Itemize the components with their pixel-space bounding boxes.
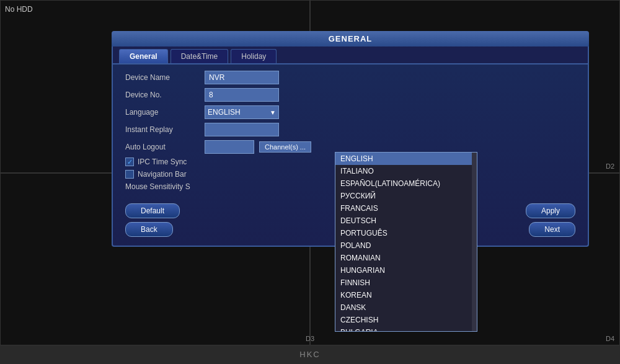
- lang-francais[interactable]: FRANCAIS: [335, 202, 477, 215]
- lang-poland[interactable]: POLAND: [335, 239, 477, 252]
- general-dialog: GENERAL General Date&Time Holiday Device…: [112, 31, 589, 333]
- auto-logout-label: Auto Logout: [125, 143, 200, 151]
- dialog-title: GENERAL: [112, 31, 589, 47]
- language-value: ENGLISH: [208, 108, 241, 117]
- back-button[interactable]: Back: [125, 222, 173, 237]
- language-row: Language ENGLISH ▼: [125, 105, 575, 119]
- lang-czechish[interactable]: CZECHISH: [335, 314, 477, 326]
- ipc-time-sync-checkbox[interactable]: [125, 158, 134, 166]
- lang-dansk[interactable]: DANSK: [335, 301, 477, 314]
- no-hdd-label: No HDD: [5, 5, 33, 14]
- instant-replay-label: Instant Replay: [125, 125, 200, 134]
- lang-korean[interactable]: KOREAN: [335, 289, 477, 301]
- tab-general[interactable]: General: [119, 49, 168, 63]
- lang-portugues[interactable]: PORTUGUÊS: [335, 227, 477, 239]
- language-dropdown[interactable]: ENGLISH ITALIANO ESPAÑOL(LATINOAMÉRICA) …: [335, 152, 477, 332]
- auto-logout-select[interactable]: [205, 140, 254, 154]
- brand-label: HKC: [299, 350, 320, 359]
- default-button[interactable]: Default: [125, 203, 180, 218]
- lang-english[interactable]: ENGLISH: [335, 153, 477, 165]
- tab-bar: General Date&Time Holiday: [113, 47, 588, 64]
- tab-datetime[interactable]: Date&Time: [170, 49, 229, 63]
- lang-russian[interactable]: РУССКИЙ: [335, 190, 477, 202]
- device-no-label: Device No.: [125, 91, 200, 99]
- lang-espanol-latin[interactable]: ESPAÑOL(LATINOAMÉRICA): [335, 177, 477, 190]
- d2-label: D2: [606, 162, 614, 170]
- device-name-label: Device Name: [125, 73, 200, 82]
- mouse-sensitivity-label: Mouse Sensitivity S: [125, 182, 200, 191]
- apply-button[interactable]: Apply: [526, 203, 575, 218]
- next-button[interactable]: Next: [529, 222, 575, 237]
- lang-italiano[interactable]: ITALIANO: [335, 165, 477, 177]
- channel-btn[interactable]: Channel(s) ...: [259, 141, 311, 153]
- navigation-bar-checkbox[interactable]: [125, 170, 134, 179]
- instant-replay-select[interactable]: [205, 123, 279, 136]
- lang-hungarian[interactable]: HUNGARIAN: [335, 264, 477, 277]
- device-name-input[interactable]: [205, 71, 279, 84]
- dropdown-scrollbar[interactable]: [472, 153, 477, 331]
- d4-label: D4: [606, 335, 614, 342]
- device-no-row: Device No.: [125, 88, 575, 102]
- device-no-input[interactable]: [205, 88, 279, 102]
- dialog-body: General Date&Time Holiday Device Name De…: [112, 47, 589, 247]
- language-label: Language: [125, 108, 200, 117]
- lang-bulgaria[interactable]: BULGARIA: [335, 326, 477, 332]
- lang-deutsch[interactable]: DEUTSCH: [335, 215, 477, 227]
- ipc-time-sync-label: IPC Time Sync: [138, 158, 212, 166]
- device-name-row: Device Name: [125, 71, 575, 84]
- lang-romanian[interactable]: ROMANIAN: [335, 252, 477, 264]
- dropdown-arrow-icon: ▼: [270, 109, 276, 116]
- lang-finnish[interactable]: FINNISH: [335, 277, 477, 289]
- language-select[interactable]: ENGLISH ▼: [205, 105, 279, 119]
- navigation-bar-label: Navigation Bar: [138, 170, 212, 179]
- monitor: D2 D4 No HDD D3 HKC GENERAL General Date…: [0, 0, 620, 364]
- d3-label: D3: [306, 335, 314, 342]
- tab-holiday[interactable]: Holiday: [231, 49, 277, 63]
- instant-replay-row: Instant Replay: [125, 123, 575, 136]
